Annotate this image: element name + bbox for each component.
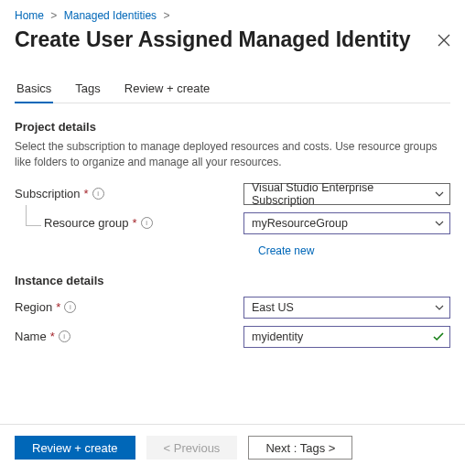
required-indicator: * (56, 300, 60, 314)
subscription-label: Subscription * i (15, 187, 243, 200)
next-button[interactable]: Next : Tags > (248, 436, 352, 460)
breadcrumb-home[interactable]: Home (15, 9, 44, 22)
name-label: Name * i (15, 330, 243, 343)
section-instance-details: Instance details (15, 274, 450, 287)
tabs: Basics Tags Review + create (15, 76, 450, 103)
region-value: East US (252, 301, 294, 314)
resource-group-value: myResourceGroup (252, 217, 348, 230)
field-subscription: Subscription * i Visual Studio Enterpris… (15, 183, 450, 205)
info-icon[interactable]: i (141, 217, 153, 229)
tab-basics[interactable]: Basics (15, 76, 53, 103)
subscription-select[interactable]: Visual Studio Enterprise Subscription (243, 183, 450, 205)
required-indicator: * (50, 330, 55, 343)
chevron-down-icon (435, 303, 444, 312)
name-input[interactable]: myidentity (243, 326, 450, 348)
previous-button: < Previous (146, 436, 238, 460)
resource-group-label: Resource group * i (44, 216, 243, 230)
region-label: Region * i (15, 300, 243, 314)
chevron-down-icon (435, 189, 444, 199)
subscription-value: Visual Studio Enterprise Subscription (252, 181, 427, 207)
review-create-button[interactable]: Review + create (15, 436, 135, 460)
required-indicator: * (133, 216, 137, 230)
subscription-label-text: Subscription (15, 187, 81, 200)
region-select[interactable]: East US (243, 297, 450, 319)
create-new-row: Create new (258, 242, 450, 257)
field-resource-group: Resource group * i myResourceGroup (15, 212, 450, 234)
info-icon[interactable]: i (59, 330, 70, 342)
page-title: Create User Assigned Managed Identity (15, 27, 410, 52)
title-row: Create User Assigned Managed Identity (15, 27, 450, 52)
region-label-text: Region (15, 300, 52, 314)
tab-review-create[interactable]: Review + create (123, 76, 212, 103)
breadcrumb-managed-identities[interactable]: Managed Identities (64, 9, 157, 22)
field-region: Region * i East US (15, 297, 450, 319)
breadcrumb: Home > Managed Identities > (15, 9, 450, 22)
resource-group-select[interactable]: myResourceGroup (243, 212, 450, 234)
close-icon[interactable] (438, 34, 450, 47)
section-project-details: Project details (15, 120, 450, 134)
info-icon[interactable]: i (92, 188, 104, 200)
info-icon[interactable]: i (64, 301, 76, 313)
field-name: Name * i myidentity (15, 326, 450, 348)
name-label-text: Name (15, 330, 47, 343)
chevron-down-icon (435, 219, 444, 228)
resource-group-label-text: Resource group (44, 216, 129, 230)
breadcrumb-sep: > (50, 9, 57, 22)
name-value: myidentity (252, 330, 303, 343)
tab-tags[interactable]: Tags (73, 76, 102, 103)
check-icon (433, 331, 444, 342)
footer: Review + create < Previous Next : Tags > (0, 424, 465, 476)
create-new-link[interactable]: Create new (258, 244, 314, 257)
breadcrumb-sep: > (163, 9, 169, 22)
required-indicator: * (84, 187, 89, 200)
project-details-description: Select the subscription to manage deploy… (15, 139, 450, 170)
